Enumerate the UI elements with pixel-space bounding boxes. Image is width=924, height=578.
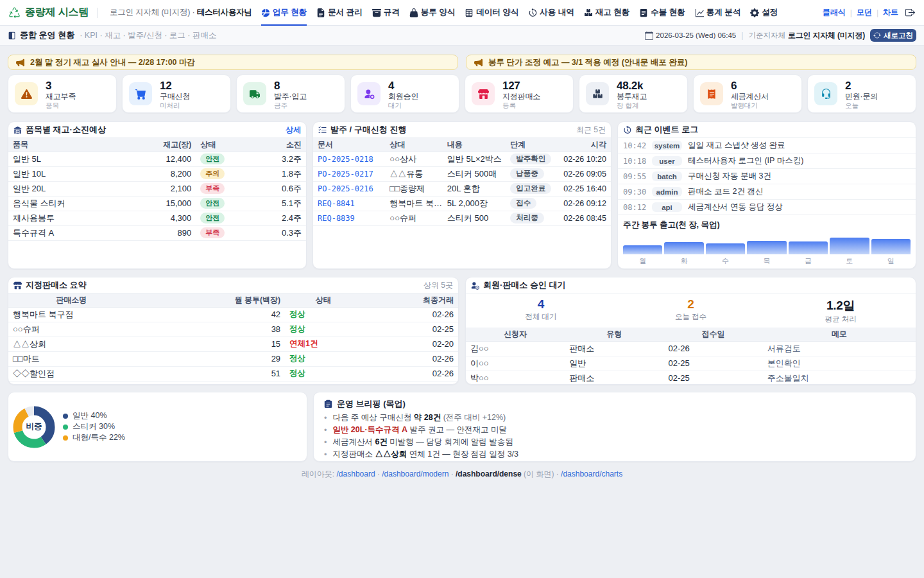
kpi-sublabel: 미처리 <box>160 102 190 110</box>
stock-status-cell: 안전 <box>196 211 252 225</box>
approval-row: 박○○ 판매소 02-25 주소불일치 <box>466 371 916 385</box>
approval-panel: 회원·판매소 승인 대기 4 전체 대기 2 오늘 접수 1.2일 평균 처리 … <box>465 277 916 385</box>
stock-name: 음식물 스티커 <box>8 196 128 211</box>
toolbar-left: 종합 운영 현황 · KPI · 재고 · 발주/신청 · 로그 · 판매소 <box>8 30 216 41</box>
orders-panel: 발주 / 구매신청 진행 최근 5건 문서 상대 내용 단계 시각 PO-202… <box>312 121 612 269</box>
nav-item-label: 수불 현황 <box>651 7 685 18</box>
order-time: 02-25 16:40 <box>557 181 611 196</box>
share-panel: 비중 일반 40%스티커 30%대형/특수 22% <box>8 392 307 462</box>
approval-col-header: 메모 <box>763 328 916 341</box>
archive-icon <box>372 8 381 17</box>
approval-date: 02-26 <box>663 341 762 356</box>
legend-item: 대형/특수 22% <box>63 432 125 443</box>
exit-icon <box>905 8 915 17</box>
nav-item-grid[interactable]: 데이터 양식 <box>465 0 518 26</box>
order-stage-badge: 입고완료 <box>510 183 551 194</box>
stock-qty: 15,000 <box>128 196 196 211</box>
bullet-icon: • <box>324 426 327 435</box>
stock-status-cell: 주의 <box>196 166 252 181</box>
nav-item-history[interactable]: 사용 내역 <box>528 0 574 26</box>
nav-item-archive[interactable]: 규격 <box>372 0 400 26</box>
footer-link-modern[interactable]: /dashboard/modern <box>382 469 449 478</box>
briefing-panel: 운영 브리핑 (목업) •다음 주 예상 구매신청 약 28건 (전주 대비 +… <box>313 392 916 462</box>
kpi-card-receipt: 6 세금계산서 발행대기 <box>693 74 802 113</box>
order-row: REQ-8839 ○○슈퍼 스티커 500 처리중 02-26 08:45 <box>313 211 611 225</box>
weekly-bar <box>706 243 745 254</box>
approval-memo: 주소불일치 <box>763 371 916 385</box>
nav-item-bag[interactable]: 봉투 양식 <box>409 0 455 26</box>
nav-item-pie[interactable]: 업무 현황 <box>261 0 307 26</box>
ledger-icon <box>639 8 648 17</box>
stock-weeks: 3.2주 <box>252 152 306 166</box>
kpi-text: 6 세금계산서 발행대기 <box>731 78 769 110</box>
briefing-segment: △△상회 <box>375 450 407 459</box>
refresh-button[interactable]: 새로고침 <box>870 29 916 42</box>
recycle-logo <box>9 7 20 18</box>
clipboard-icon <box>324 399 332 408</box>
order-doc-link[interactable]: PO-2025-0217 <box>318 170 373 179</box>
stock-name: 일반 5L <box>8 152 128 166</box>
nav-item-doc[interactable]: 문서 관리 <box>316 0 362 26</box>
store-status: 연체1건 <box>289 339 318 348</box>
share-donut: 비중 <box>13 406 55 448</box>
chartline-icon <box>695 8 704 17</box>
store-last: 02-25 <box>361 322 458 337</box>
briefing-header: 운영 브리핑 (목업) <box>324 397 905 410</box>
stock-weeks: 0.3주 <box>252 225 306 240</box>
footer-link-dashboard[interactable]: /dashboard <box>337 469 375 478</box>
order-doc-cell: REQ-8839 <box>313 211 385 225</box>
kpi-icon-tile <box>814 82 837 105</box>
receipt-icon <box>706 89 717 100</box>
mode-switcher: 클래식|모던|차트 <box>823 7 915 18</box>
kpi-card-warn: 3 재고부족 품목 <box>8 74 117 113</box>
nav-item-chartline[interactable]: 통계 분석 <box>695 0 740 26</box>
store-name: ○○슈퍼 <box>8 322 134 337</box>
footer-current: /dashboard/dense <box>456 469 522 478</box>
kpi-sublabel: 품목 <box>46 102 76 110</box>
stock-panel-title: 품목별 재고·소진예상 <box>26 124 106 136</box>
stock-status-cell: 부족 <box>196 225 252 240</box>
stores-panel-header: 지정판매소 요약 상위 5곳 <box>8 277 458 293</box>
kpi-sublabel: 장 합계 <box>617 102 647 110</box>
kpi-text: 2 민원·문의 오늘 <box>845 78 878 110</box>
nav-item-ledger[interactable]: 수불 현황 <box>639 0 685 26</box>
kpi-card-truck: 8 발주·입고 금주 <box>236 74 345 113</box>
stock-row: 일반 5L 12,400 안전 3.2주 <box>8 152 306 166</box>
kpi-sublabel: 대기 <box>388 102 418 110</box>
approval-col-header: 유형 <box>565 328 663 341</box>
kpi-value: 48.2k <box>617 80 647 92</box>
mode-link-2[interactable]: 차트 <box>883 7 898 18</box>
stock-col-header: 상태 <box>196 138 252 152</box>
nav-item-gear[interactable]: 설정 <box>750 0 778 26</box>
stock-name: 일반 20L <box>8 181 128 196</box>
stock-status-cell: 부족 <box>196 181 252 196</box>
kpi-text: 4 회원승인 대기 <box>388 78 418 110</box>
order-doc-link[interactable]: REQ-8841 <box>318 199 355 208</box>
nav-item-cubes[interactable]: 재고 현황 <box>584 0 629 26</box>
mode-link-0[interactable]: 클래식 <box>823 7 846 18</box>
store-last: 02-20 <box>361 337 458 351</box>
approval-date: 02-25 <box>663 371 762 385</box>
kpi-sublabel: 발행대기 <box>731 102 769 110</box>
stock-row: 특수규격 A 890 부족 0.3주 <box>8 225 306 240</box>
stock-table: 품목 재고(장) 상태 소진 일반 5L 12,400 안전 3.2주 일반 1… <box>8 138 306 241</box>
history-icon <box>528 8 537 17</box>
footer-link-charts[interactable]: /dashboard/charts <box>561 469 622 478</box>
order-doc-link[interactable]: PO-2025-0218 <box>318 155 373 164</box>
store-status: 정상 <box>289 324 305 333</box>
log-message: 판매소 코드 2건 갱신 <box>688 186 763 197</box>
store-last: 02-26 <box>361 307 458 322</box>
log-tag-badge: batch <box>652 171 682 181</box>
mode-link-1[interactable]: 모던 <box>857 7 872 18</box>
log-tag-badge: api <box>652 202 682 212</box>
logout-icon[interactable] <box>905 8 915 17</box>
store-name: □□마트 <box>8 351 134 366</box>
order-doc-link[interactable]: REQ-8839 <box>318 214 355 223</box>
store-qty: 38 <box>134 322 285 337</box>
bullet-icon: • <box>324 414 327 423</box>
stock-detail-link[interactable]: 상세 <box>286 125 301 136</box>
refresh-icon <box>873 31 881 39</box>
order-doc-link[interactable]: PO-2025-0216 <box>318 184 373 193</box>
doc-icon <box>316 8 325 17</box>
log-time: 08:12 <box>623 203 646 212</box>
